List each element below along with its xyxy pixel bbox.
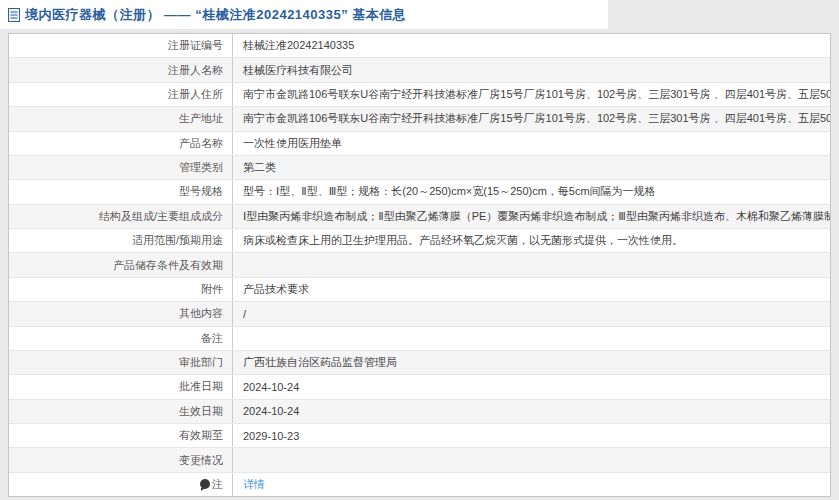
- table-row-registrant-address: 注册人住所 南宁市金凯路106号联东U谷南宁经开科技港标准厂房15号厂房101号…: [9, 82, 830, 106]
- row-label: 备注: [9, 327, 233, 350]
- table-row-cert-number: 注册证编号 桂械注准20242140335: [9, 34, 830, 57]
- row-label: 批准日期: [9, 375, 233, 398]
- row-label: 生产地址: [9, 107, 233, 130]
- row-label: 产品储存条件及有效期: [9, 253, 233, 276]
- row-value: 南宁市金凯路106号联东U谷南宁经开科技港标准厂房15号厂房101号房、102号…: [233, 83, 830, 106]
- row-label: 管理类别: [9, 156, 233, 179]
- table-row-product-name: 产品名称 一次性使用医用垫单: [9, 131, 830, 155]
- row-label: 注: [9, 473, 233, 496]
- row-value: 详情: [233, 473, 830, 496]
- row-value: /: [233, 302, 830, 325]
- table-row-management-class: 管理类别 第二类: [9, 155, 830, 179]
- row-label: 适用范围/预期用途: [9, 229, 233, 252]
- row-label: 变更情况: [9, 448, 233, 471]
- row-label: 注册人名称: [9, 58, 233, 81]
- registration-info-table: 注册证编号 桂械注准20242140335 注册人名称 桂械医疗科技有限公司 注…: [8, 33, 831, 497]
- row-label: 注册证编号: [9, 34, 233, 57]
- row-label: 附件: [9, 278, 233, 301]
- row-value: [233, 448, 830, 471]
- row-label: 生效日期: [9, 400, 233, 423]
- row-value: 桂械医疗科技有限公司: [233, 58, 830, 81]
- row-value: 2029-10-23: [233, 424, 830, 447]
- table-row-composition: 结构及组成/主要组成成分 Ⅰ型由聚丙烯非织造布制成；Ⅱ型由聚乙烯薄膜（PE）覆聚…: [9, 204, 830, 228]
- page-title: 境内医疗器械（注册） —— “桂械注准20242140335” 基本信息: [25, 6, 406, 24]
- table-row-registrant-name: 注册人名称 桂械医疗科技有限公司: [9, 57, 830, 81]
- row-label: 结构及组成/主要组成成分: [9, 205, 233, 228]
- table-row-production-address: 生产地址 南宁市金凯路106号联东U谷南宁经开科技港标准厂房15号厂房101号房…: [9, 106, 830, 130]
- table-row-model-spec: 型号规格 型号：Ⅰ型、Ⅱ型、Ⅲ型；规格：长(20～250)cm×宽(15～250…: [9, 179, 830, 203]
- row-label: 注册人住所: [9, 83, 233, 106]
- table-row-approval-department: 审批部门 广西壮族自治区药品监督管理局: [9, 350, 830, 374]
- row-label-text: 注: [212, 477, 223, 492]
- note-icon: [200, 479, 210, 489]
- table-row-approval-date: 批准日期 2024-10-24: [9, 374, 830, 398]
- table-row-other-content: 其他内容 /: [9, 301, 830, 325]
- row-value: 桂械注准20242140335: [233, 34, 830, 57]
- table-row-intended-use: 适用范围/预期用途 病床或检查床上用的卫生护理用品。产品经环氧乙烷灭菌，以无菌形…: [9, 228, 830, 252]
- document-icon: [8, 8, 20, 22]
- row-value: 一次性使用医用垫单: [233, 132, 830, 155]
- details-link[interactable]: 详情: [243, 477, 265, 492]
- row-label: 产品名称: [9, 132, 233, 155]
- row-value: 2024-10-24: [233, 375, 830, 398]
- row-value: 型号：Ⅰ型、Ⅱ型、Ⅲ型；规格：长(20～250)cm×宽(15～250)cm，每…: [233, 180, 830, 203]
- table-row-effective-date: 生效日期 2024-10-24: [9, 399, 830, 423]
- table-row-storage-conditions: 产品储存条件及有效期: [9, 252, 830, 276]
- row-value: 病床或检查床上用的卫生护理用品。产品经环氧乙烷灭菌，以无菌形式提供，一次性使用。: [233, 229, 830, 252]
- row-value: [233, 327, 830, 350]
- row-value: 第二类: [233, 156, 830, 179]
- row-value: 南宁市金凯路106号联东U谷南宁经开科技港标准厂房15号厂房101号房、102号…: [233, 107, 830, 130]
- row-value: 广西壮族自治区药品监督管理局: [233, 351, 830, 374]
- table-row-change-status: 变更情况: [9, 447, 830, 471]
- row-value: [233, 253, 830, 276]
- table-row-note: 注 详情: [9, 472, 830, 496]
- row-value: 产品技术要求: [233, 278, 830, 301]
- table-row-attachment: 附件 产品技术要求: [9, 277, 830, 301]
- page-header: 境内医疗器械（注册） —— “桂械注准20242140335” 基本信息: [0, 0, 608, 29]
- row-value: Ⅰ型由聚丙烯非织造布制成；Ⅱ型由聚乙烯薄膜（PE）覆聚丙烯非织造布制成；Ⅲ型由聚…: [233, 205, 830, 228]
- row-label: 有效期至: [9, 424, 233, 447]
- row-label: 审批部门: [9, 351, 233, 374]
- table-row-remarks: 备注: [9, 326, 830, 350]
- row-label: 型号规格: [9, 180, 233, 203]
- row-value: 2024-10-24: [233, 400, 830, 423]
- row-label: 其他内容: [9, 302, 233, 325]
- table-row-expiry-date: 有效期至 2029-10-23: [9, 423, 830, 447]
